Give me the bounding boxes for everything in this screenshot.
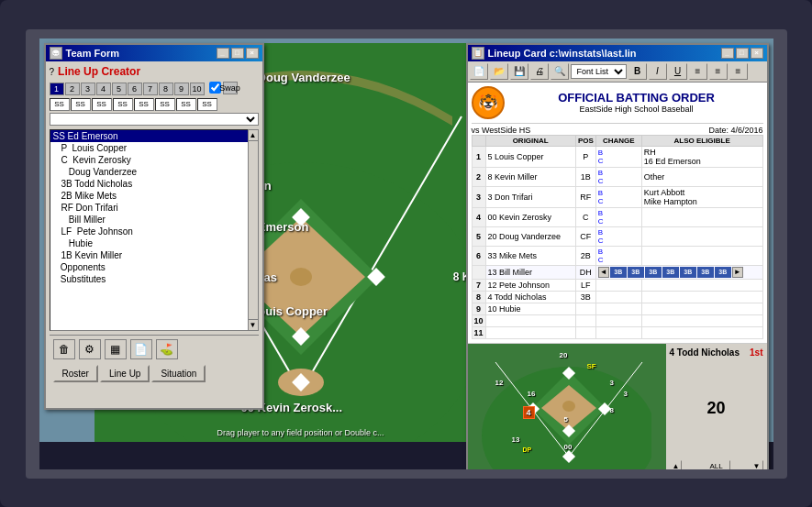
swap-label: Swap: [223, 82, 238, 94]
position-inputs: [50, 98, 259, 111]
player-doug-vanderzee[interactable]: Doug Vanderzee: [50, 166, 258, 178]
pos-input-2[interactable]: [71, 98, 91, 111]
lc-save-btn[interactable]: 💾: [510, 63, 528, 80]
pos-input-3[interactable]: [92, 98, 112, 111]
lc-bold-btn[interactable]: B: [628, 63, 647, 80]
settings-icon-btn[interactable]: ⚙: [79, 339, 101, 359]
maximize-button[interactable]: □: [231, 48, 244, 59]
teamform-icon: 🏟: [50, 47, 62, 60]
lineupcard-titlebar: 📋 Lineup Card c:\winstats\last.lin _ □ ×: [468, 45, 767, 61]
number-3[interactable]: 3: [81, 83, 95, 95]
pos-input-7[interactable]: [176, 98, 196, 111]
close-button-teamform[interactable]: ×: [246, 48, 259, 59]
list-scroll-up[interactable]: ▲: [249, 130, 258, 141]
lc-minimize-button[interactable]: _: [721, 48, 734, 59]
scroll-down-btn[interactable]: ▼: [751, 460, 763, 469]
number-9[interactable]: 9: [174, 83, 189, 95]
number-8[interactable]: 8: [159, 83, 173, 95]
lc-preview-btn[interactable]: 🔍: [551, 63, 569, 80]
roster-button[interactable]: Roster: [53, 365, 98, 382]
bottom-toolbar: 🗑 ⚙ ▦ 📄 ⛳: [50, 335, 259, 363]
number-5[interactable]: 5: [112, 83, 127, 95]
player-opponents[interactable]: Opponents: [50, 261, 258, 273]
dh-cell-7: 3B: [715, 267, 731, 278]
lc-close-button[interactable]: ×: [751, 48, 763, 59]
lc-print-btn[interactable]: 🖨: [530, 63, 549, 80]
player-pete-johnson[interactable]: LF Pete Johnson: [50, 226, 258, 237]
field-icon-btn[interactable]: ⛳: [156, 339, 178, 359]
list-scroll-down[interactable]: ▼: [249, 319, 258, 330]
player-todd-nicholas[interactable]: 3B Todd Nicholas: [50, 178, 258, 190]
pos-input-6[interactable]: [155, 98, 175, 111]
player-substitutes[interactable]: Substitutes: [50, 273, 258, 285]
team-form-window: 🏟 Team Form _ □ × ? Line Up Creator: [44, 43, 264, 410]
lc-align-right-btn[interactable]: ≡: [729, 63, 748, 80]
highlighted-player: 4 Todd Nicholas: [670, 347, 740, 358]
lc-align-left-btn[interactable]: ≡: [689, 63, 707, 80]
number-7[interactable]: 7: [143, 83, 158, 95]
player-kevin-zerosky[interactable]: C Kevin Zerosky: [50, 154, 258, 166]
number-10[interactable]: 10: [190, 83, 205, 95]
mini-player-20: 20: [560, 351, 568, 359]
player-list[interactable]: SS Ed Emerson P Louis Copper C Kevin Zer…: [50, 129, 259, 331]
lineupcard-icon: 📋: [472, 47, 484, 60]
pos-input-8[interactable]: [197, 98, 217, 111]
mini-panel: 20 SF 12 16 3 3 4 5 8 13 DP 00: [468, 343, 767, 469]
minimize-button[interactable]: _: [217, 48, 229, 59]
player-louis-copper[interactable]: P Louis Copper: [50, 142, 258, 154]
mini-player-4-box: 4: [523, 406, 535, 419]
lc-new-btn[interactable]: 📄: [470, 63, 488, 80]
batting-table: ORIGINAL POS CHANGE ALSO ELIGIBLE 1 5 Lo…: [472, 135, 763, 339]
mini-info-panel: 4 Todd Nicholas 1st 20 ▲ ALL ▼: [666, 344, 767, 469]
drag-instructions: Drag player to any field position or Dou…: [217, 428, 384, 437]
position-dropdown[interactable]: [50, 113, 259, 126]
dh-cell-4: 3B: [662, 267, 679, 278]
lc-italic-btn[interactable]: I: [649, 63, 667, 80]
player-kevin-miller[interactable]: 1B Kevin Miller: [50, 249, 258, 261]
player-hubie[interactable]: Hubie: [50, 237, 258, 249]
number-4[interactable]: 4: [96, 83, 111, 95]
game-date: Date: 4/6/2016: [708, 126, 762, 135]
help-icon[interactable]: ?: [50, 67, 55, 77]
pos-input-1[interactable]: [50, 98, 70, 111]
vs-team: vs WestSide HS: [472, 126, 531, 135]
mini-player-16: 16: [528, 390, 536, 398]
dh-scroll-right[interactable]: ►: [732, 267, 743, 278]
number-6[interactable]: 6: [128, 83, 142, 95]
lineup-button[interactable]: Line Up: [100, 365, 150, 382]
pos-input-4[interactable]: [113, 98, 133, 111]
screen-area: 20 Doug Vanderzee 12 Pete Johnson 16 Ed …: [26, 29, 787, 479]
number-2[interactable]: 2: [65, 83, 80, 95]
pos-input-5[interactable]: [134, 98, 154, 111]
situation-button[interactable]: Situation: [151, 365, 206, 382]
player-number-display: 20: [706, 399, 725, 418]
dh-cell-2: 3B: [628, 267, 644, 278]
col-original: ORIGINAL: [485, 135, 575, 146]
batting-row-10: 10: [472, 314, 762, 326]
lineupcard-title: Lineup Card c:\winstats\last.lin: [488, 48, 637, 59]
all-button[interactable]: ALL: [703, 460, 730, 469]
teamform-title: Team Form: [66, 48, 119, 59]
player-ed-emerson[interactable]: SS Ed Emerson: [50, 130, 258, 142]
copy-icon-btn[interactable]: 📄: [130, 339, 152, 359]
batting-row-dh: 13 Bill Miller DH ◄ 3B 3B 3B 3B: [472, 265, 762, 279]
lc-underline-btn[interactable]: U: [669, 63, 687, 80]
number-row: 1 2 3 4 5 6 7 8 9 10 Swap: [50, 82, 259, 96]
number-1[interactable]: 1: [50, 83, 64, 95]
lc-maximize-button[interactable]: □: [736, 48, 749, 59]
font-dropdown[interactable]: Font List: [571, 64, 627, 79]
lc-open-btn[interactable]: 📂: [490, 63, 508, 80]
mini-player-sf: SF: [587, 362, 596, 370]
scroll-up-btn[interactable]: ▲: [670, 460, 683, 469]
player-mike-mets[interactable]: 2B Mike Mets: [50, 190, 258, 202]
player-don-trifari[interactable]: RF Don Trifari: [50, 202, 258, 214]
dh-scroll-left[interactable]: ◄: [598, 267, 609, 278]
batting-row-3: 3 3 Don Trifari RF BC Kurt AbbottMike Ha…: [472, 186, 762, 207]
batting-row-6: 6 33 Mike Mets 2B BC: [472, 246, 762, 265]
lc-align-center-btn[interactable]: ≡: [709, 63, 728, 80]
delete-icon-btn[interactable]: 🗑: [53, 339, 75, 359]
teamform-titlebar: 🏟 Team Form _ □ ×: [46, 45, 262, 61]
mini-player-8: 8: [610, 406, 614, 414]
player-bill-miller[interactable]: Bill Miller: [50, 214, 258, 226]
grid-icon-btn[interactable]: ▦: [105, 339, 127, 359]
